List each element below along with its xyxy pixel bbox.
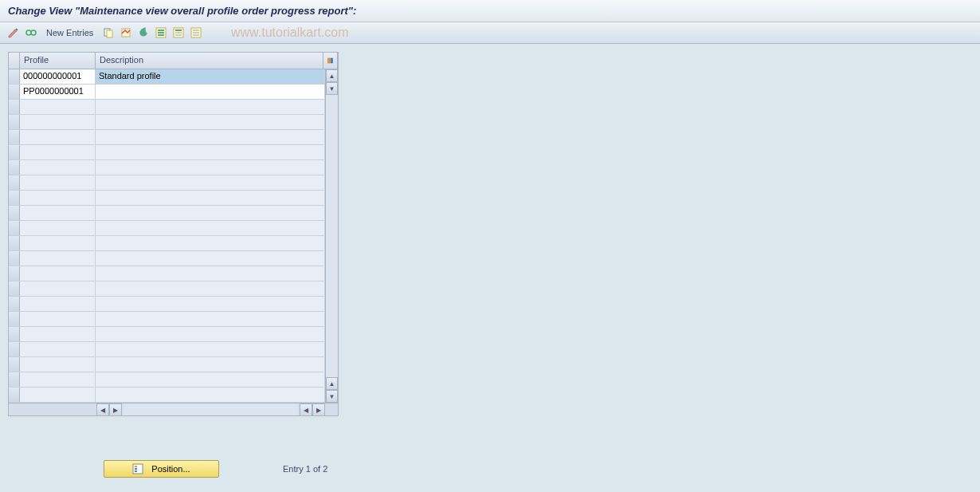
deselect-all-icon[interactable]	[189, 26, 203, 40]
cell-profile[interactable]	[20, 281, 96, 296]
cell-description[interactable]	[96, 85, 325, 99]
cell-profile[interactable]	[20, 266, 96, 281]
cell-profile[interactable]	[20, 100, 96, 114]
cell-profile[interactable]	[20, 221, 96, 235]
svg-rect-22	[135, 468, 137, 470]
row-selector[interactable]	[9, 145, 20, 159]
select-all-icon[interactable]	[154, 26, 168, 40]
cell-profile[interactable]	[20, 388, 96, 402]
cell-profile[interactable]	[20, 342, 96, 356]
cell-profile[interactable]	[20, 130, 96, 144]
table-config-icon[interactable]	[323, 53, 338, 69]
hscroll-right-button[interactable]: ▶	[109, 403, 122, 416]
row-selector[interactable]	[9, 327, 20, 341]
hscroll-right-button-end[interactable]: ▶	[312, 403, 325, 416]
cell-description[interactable]	[96, 206, 325, 220]
scroll-up-button[interactable]: ▲	[326, 69, 338, 82]
cell-description[interactable]	[96, 251, 325, 266]
cell-description[interactable]	[96, 236, 325, 250]
cell-description[interactable]	[96, 115, 325, 129]
cell-profile[interactable]: PP0000000001	[20, 85, 96, 99]
cell-profile[interactable]	[20, 357, 96, 372]
row-selector[interactable]	[9, 297, 20, 311]
row-selector[interactable]	[9, 221, 20, 235]
cell-profile[interactable]	[20, 115, 96, 129]
cell-description[interactable]	[96, 221, 325, 235]
cell-profile[interactable]: 000000000001	[20, 69, 96, 84]
content-area: Profile Description 000000000001Standard…	[0, 44, 980, 424]
row-selector[interactable]	[9, 160, 20, 175]
cell-profile[interactable]	[20, 160, 96, 175]
cell-description[interactable]	[96, 342, 325, 356]
cell-description[interactable]	[96, 191, 325, 205]
row-selector[interactable]	[9, 266, 20, 281]
row-selector[interactable]	[9, 175, 20, 190]
table-header-row: Profile Description	[9, 53, 338, 69]
scroll-up-button-bottom[interactable]: ▲	[326, 377, 338, 390]
scroll-down-button-bottom[interactable]: ▼	[326, 390, 338, 403]
table-row	[9, 130, 325, 145]
cell-description[interactable]	[96, 266, 325, 281]
cell-profile[interactable]	[20, 236, 96, 250]
row-selector[interactable]	[9, 69, 20, 84]
row-selector[interactable]	[9, 281, 20, 296]
cell-description[interactable]	[96, 297, 325, 311]
display-change-toggle-icon[interactable]	[6, 26, 21, 40]
row-selector[interactable]	[9, 115, 20, 129]
row-selector[interactable]	[9, 236, 20, 250]
position-button[interactable]: Position...	[104, 460, 219, 478]
row-selector[interactable]	[9, 357, 20, 372]
row-selector[interactable]	[9, 251, 20, 266]
row-selector[interactable]	[9, 312, 20, 326]
row-selector-header[interactable]	[9, 53, 20, 69]
scroll-down-button[interactable]: ▼	[326, 82, 338, 95]
select-block-icon[interactable]	[171, 26, 186, 40]
column-header-profile[interactable]: Profile	[20, 53, 96, 69]
cell-description[interactable]	[96, 357, 325, 372]
row-selector[interactable]	[9, 191, 20, 205]
cell-description[interactable]	[96, 388, 325, 402]
cell-description[interactable]	[96, 100, 325, 114]
table-row: PP0000000001	[9, 85, 325, 100]
cell-profile[interactable]	[20, 145, 96, 159]
row-selector[interactable]	[9, 85, 20, 99]
row-selector[interactable]	[9, 130, 20, 144]
cell-description[interactable]	[96, 372, 325, 387]
vertical-scrollbar[interactable]: ▲ ▼ ▲ ▼	[325, 69, 338, 403]
cell-profile[interactable]	[20, 175, 96, 190]
cell-profile[interactable]	[20, 312, 96, 326]
cell-description[interactable]	[96, 327, 325, 341]
other-view-icon[interactable]	[24, 26, 38, 40]
cell-profile[interactable]	[20, 206, 96, 220]
delete-icon[interactable]	[119, 26, 133, 40]
copy-icon[interactable]	[101, 26, 116, 40]
column-header-description[interactable]: Description	[96, 53, 323, 69]
cell-profile[interactable]	[20, 251, 96, 266]
hscroll-left-button[interactable]: ◀	[96, 403, 109, 416]
cell-description[interactable]	[96, 160, 325, 175]
cell-profile[interactable]	[20, 297, 96, 311]
row-selector[interactable]	[9, 206, 20, 220]
cell-description[interactable]	[96, 281, 325, 296]
cell-description[interactable]	[96, 175, 325, 190]
cell-description[interactable]: Standard profile	[96, 69, 325, 84]
new-entries-button[interactable]: New Entries	[41, 28, 98, 37]
cell-description[interactable]	[96, 130, 325, 144]
row-selector[interactable]	[9, 388, 20, 402]
cell-profile[interactable]	[20, 372, 96, 387]
undo-icon[interactable]	[136, 26, 151, 40]
table-row	[9, 191, 325, 206]
row-selector[interactable]	[9, 100, 20, 114]
cell-description[interactable]	[96, 145, 325, 159]
row-selector[interactable]	[9, 342, 20, 356]
hscroll-left-button-end[interactable]: ◀	[300, 403, 312, 416]
table-row	[9, 266, 325, 281]
hscroll-track[interactable]	[123, 403, 298, 415]
cell-profile[interactable]	[20, 327, 96, 341]
scroll-track[interactable]	[326, 95, 338, 377]
cell-description[interactable]	[96, 312, 325, 326]
table-row	[9, 327, 325, 342]
cell-profile[interactable]	[20, 191, 96, 205]
row-selector[interactable]	[9, 372, 20, 387]
horizontal-scrollbar[interactable]: ◀ ▶ ◀ ▶	[9, 403, 338, 415]
